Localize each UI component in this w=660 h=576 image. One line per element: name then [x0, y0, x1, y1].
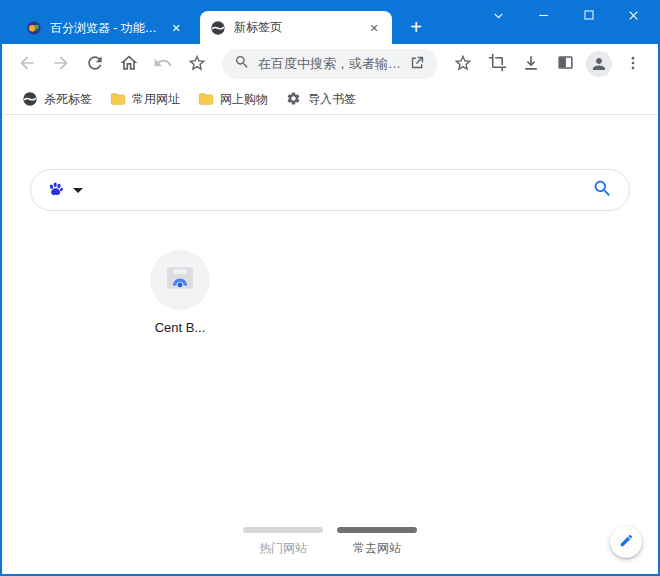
downloads-button[interactable]: [514, 47, 548, 81]
home-button[interactable]: [112, 47, 146, 81]
section-tab-label: 热门网站: [259, 540, 307, 557]
screenshot-crop-icon: [488, 53, 507, 75]
baidu-paw-icon: [47, 180, 65, 201]
menu-dots-icon: [624, 54, 642, 75]
section-tab-hot-sites[interactable]: 热门网站: [243, 527, 323, 557]
profile-avatar-icon: [586, 51, 612, 77]
window-minimize-button[interactable]: [521, 2, 566, 28]
chevron-down-icon: [73, 188, 83, 193]
cent-browser-logo-icon: [26, 20, 42, 36]
tab-strip: 百分浏览器 - 功能介绍 ✕ 新标签页 ✕ +: [2, 0, 658, 44]
search-icon: [592, 178, 613, 202]
undo-icon: [153, 53, 173, 76]
star-icon: [187, 53, 207, 76]
section-tab-indicator: [243, 527, 323, 533]
edit-page-button[interactable]: [610, 526, 642, 558]
window-controls: [476, 2, 656, 28]
side-panel-icon: [556, 53, 575, 75]
back-button[interactable]: [10, 47, 44, 81]
toolbar: 在百度中搜索，或者输入一...: [2, 44, 658, 84]
bookmark-page-button[interactable]: [446, 47, 480, 81]
section-tab-indicator: [337, 527, 417, 533]
bookmark-folder-online-shopping[interactable]: 网上购物: [190, 87, 276, 111]
profile-button[interactable]: [582, 47, 616, 81]
window-maximize-button[interactable]: [566, 2, 611, 28]
bookmark-label: 杀死标签: [44, 91, 92, 108]
screenshot-button[interactable]: [480, 47, 514, 81]
undo-closed-tab-button[interactable]: [146, 47, 180, 81]
back-icon: [17, 53, 37, 76]
close-icon: [627, 9, 640, 22]
search-icon: [234, 54, 250, 74]
address-bar-placeholder: 在百度中搜索，或者输入一...: [258, 55, 401, 73]
folder-icon: [198, 91, 214, 107]
cent-browser-thumbnail-icon: [165, 263, 195, 297]
tab-new-tab-page[interactable]: 新标签页 ✕: [200, 11, 392, 44]
bookmark-kill-tabs[interactable]: 杀死标签: [14, 87, 100, 111]
bookmark-folder-common-sites[interactable]: 常用网址: [102, 87, 188, 111]
address-bar[interactable]: 在百度中搜索，或者输入一...: [222, 49, 438, 79]
site-tile-thumbnail: [150, 250, 210, 310]
browser-window: 百分浏览器 - 功能介绍 ✕ 新标签页 ✕ +: [0, 0, 660, 576]
tab-cent-browser-intro[interactable]: 百分浏览器 - 功能介绍 ✕: [16, 12, 194, 44]
bookmark-label: 网上购物: [220, 91, 268, 108]
window-close-button[interactable]: [611, 2, 656, 28]
section-tab-label: 常去网站: [353, 540, 401, 557]
tabs-container: 百分浏览器 - 功能介绍 ✕ 新标签页 ✕ +: [16, 11, 430, 44]
maximize-icon: [583, 9, 595, 21]
download-icon: [521, 53, 541, 76]
forward-button[interactable]: [44, 47, 78, 81]
section-tabs: 热门网站 常去网站: [2, 527, 658, 557]
minimize-icon: [537, 9, 550, 22]
tab-title: 新标签页: [234, 19, 360, 36]
site-tile-label: Cent B...: [155, 320, 206, 335]
new-tab-button[interactable]: +: [402, 13, 430, 41]
chevron-down-icon: [492, 9, 505, 22]
reload-button[interactable]: [78, 47, 112, 81]
globe-icon: [22, 91, 38, 107]
search-box[interactable]: [30, 169, 630, 211]
section-tab-frequent-sites[interactable]: 常去网站: [337, 527, 417, 557]
pencil-icon: [619, 533, 634, 551]
tab-close-button[interactable]: ✕: [168, 20, 184, 36]
site-tile-cent-browser[interactable]: Cent B...: [135, 250, 225, 335]
search-engine-selector[interactable]: [47, 180, 83, 201]
star-toolbar-button[interactable]: [180, 47, 214, 81]
tab-close-button[interactable]: ✕: [366, 20, 382, 36]
bookmark-label: 常用网址: [132, 91, 180, 108]
share-icon[interactable]: [409, 54, 426, 75]
window-expand-button[interactable]: [476, 2, 521, 28]
browser-menu-button[interactable]: [616, 47, 650, 81]
bookmark-import-bookmarks[interactable]: 导入书签: [278, 87, 364, 111]
gear-icon: [286, 91, 302, 107]
folder-icon: [110, 91, 126, 107]
reload-icon: [85, 53, 105, 76]
bookmark-label: 导入书签: [308, 91, 356, 108]
side-panel-button[interactable]: [548, 47, 582, 81]
tab-title: 百分浏览器 - 功能介绍: [50, 20, 162, 37]
forward-icon: [51, 53, 71, 76]
bookmarks-bar: 杀死标签 常用网址 网上购物 导入书签: [2, 84, 658, 115]
search-submit-button[interactable]: [592, 178, 613, 202]
cent-globe-icon: [210, 20, 226, 36]
new-tab-page: Cent B... 热门网站 常去网站: [2, 115, 658, 574]
home-icon: [119, 53, 139, 76]
bookmark-star-icon: [453, 53, 473, 76]
